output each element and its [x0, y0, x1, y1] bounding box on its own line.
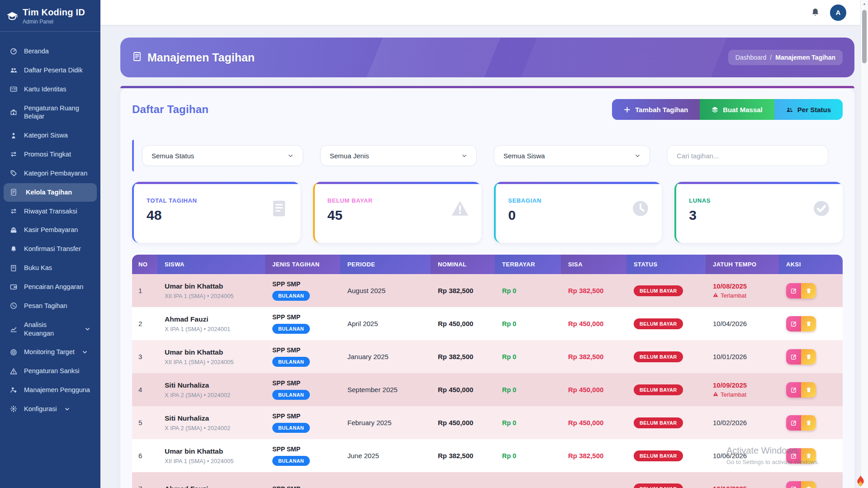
student-filter-select[interactable]: Semua Siswa [494, 145, 650, 166]
cell-status: BELUM BAYAR [626, 439, 706, 472]
column-header-siswa: SISWA [157, 255, 265, 274]
table-body: 1Umar bin KhattabXII IPA 1 (SMA) • 20240… [132, 274, 843, 488]
delete-button[interactable] [801, 448, 816, 464]
column-header-jenis-tagihan: JENIS TAGIHAN [265, 255, 340, 274]
row-actions [786, 415, 816, 431]
main-area: A Manajemen Tagihan Dashboard/Manajemen … [100, 0, 868, 488]
edit-button[interactable] [786, 415, 801, 431]
doc-icon [270, 199, 289, 218]
scrollbar-thumb[interactable] [862, 10, 867, 63]
sidebar-item-buku-kas[interactable]: Buku Kas [4, 259, 97, 277]
user-avatar[interactable]: A [830, 5, 846, 21]
billing-type: SPP SMP [272, 346, 333, 354]
type-filter-select[interactable]: Semua Jenis [320, 145, 477, 166]
cell-jatuh-tempo: 10/02/2026 [706, 406, 779, 439]
sidebar-item-analisis-keuangan[interactable]: Analisis Keuangan [4, 316, 97, 343]
school-icon [10, 109, 18, 116]
delete-button[interactable] [801, 283, 816, 298]
button-label: Per Status [797, 106, 831, 114]
cell-jenis-tagihan: SPP SMPBULANAN [265, 340, 340, 373]
cell-jatuh-tempo: 10/10/2025 [706, 472, 779, 488]
sidebar-item-kasir-pembayaran[interactable]: Kasir Pembayaran [4, 221, 97, 239]
stat-card-belum-bayar: BELUM BAYAR45 [313, 182, 481, 243]
buat-massal-button[interactable]: Buat Massal [700, 99, 774, 120]
search-input[interactable] [667, 145, 828, 166]
breadcrumb-dashboard[interactable]: Dashboard [735, 54, 767, 61]
student-detail: XII IPA 1 (SMA) • 2024005 [165, 359, 258, 365]
monthly-badge: BULANAN [272, 357, 310, 367]
sidebar-item-kelola-tagihan[interactable]: Kelola Tagihan [4, 183, 97, 202]
sidebar-item-promosi-tingkat[interactable]: Promosi Tingkat [4, 145, 97, 164]
wallet-icon [10, 283, 18, 290]
student-detail: X IPA 1 (SMA) • 2024001 [165, 326, 258, 332]
billing-table: NOSISWAJENIS TAGIHANPERIODENOMINALTERBAY… [132, 255, 843, 488]
row-actions [786, 382, 816, 398]
sidebar-item-daftar-peserta-didik[interactable]: Daftar Peserta Didik [4, 61, 97, 80]
status-filter-select[interactable]: Semua Status [142, 145, 303, 166]
scrollbar-up-arrow[interactable]: ▲ [863, 2, 866, 6]
edit-button[interactable] [786, 382, 801, 398]
edit-button[interactable] [786, 283, 801, 298]
stat-card-sebagian: SEBAGIAN0 [494, 182, 662, 243]
sidebar-item-pengaturan-sanksi[interactable]: Pengaturan Sanksi [4, 362, 97, 380]
cell-terbayar: Rp 0 [495, 406, 561, 439]
delete-button[interactable] [801, 349, 816, 365]
app-title: Tim Koding ID [23, 7, 85, 18]
student-name: Umar bin Khattab [165, 348, 258, 356]
per-status-button[interactable]: Per Status [774, 99, 843, 120]
sidebar-item-kartu-identitas[interactable]: Kartu Identitas [4, 80, 97, 99]
delete-button[interactable] [801, 415, 816, 431]
edit-button[interactable] [786, 349, 801, 365]
sidebar-item-monitoring-target[interactable]: Monitoring Target [4, 343, 97, 361]
sidebar-item-konfigurasi[interactable]: Konfigurasi [4, 400, 97, 418]
check-icon [812, 199, 831, 218]
sidebar-item-label: Kategori Siswa [24, 131, 68, 140]
sidebar-item-kategori-siswa[interactable]: Kategori Siswa [4, 126, 97, 145]
id-card-icon [10, 85, 18, 93]
cell-periode: June 2025 [340, 439, 431, 472]
cell-jatuh-tempo: 10/08/2025Terlambat [706, 274, 779, 307]
warning-icon [713, 292, 718, 299]
sidebar-item-manajemen-pengguna[interactable]: Manajemen Pengguna [4, 381, 97, 399]
sidebar-item-pencairan-anggaran[interactable]: Pencairan Anggaran [4, 278, 97, 296]
student-detail: XII IPA 1 (SMA) • 2024005 [165, 293, 258, 299]
edit-button[interactable] [786, 448, 801, 464]
delete-button[interactable] [801, 382, 816, 398]
warn-icon [451, 199, 470, 218]
edit-button[interactable] [786, 481, 801, 488]
cell-sisa: Rp 450,000 [561, 307, 626, 340]
sidebar-item-riwayat-transaksi[interactable]: Riwayat Transaksi [4, 202, 97, 221]
delete-button[interactable] [801, 481, 816, 488]
cell-terbayar: Rp 0 [495, 439, 561, 472]
cell-siswa: Ahmad FauziX IPA 1 (SMA) • 2024001 [157, 307, 265, 340]
stat-value: 45 [327, 208, 470, 223]
chevron-down-icon [82, 349, 88, 355]
notification-bell-icon[interactable] [811, 8, 820, 17]
flame-icon[interactable] [855, 474, 866, 487]
sidebar-item-kategori-pembayaran[interactable]: Kategori Pembayaran [4, 164, 97, 183]
cell-siswa: Umar bin KhattabXII IPA 1 (SMA) • 202400… [157, 439, 265, 472]
cell-siswa: Siti NurhalizaX IPA 2 (SMA) • 2024002 [157, 373, 265, 406]
logo: Tim Koding ID Admin Panel [0, 0, 100, 32]
browser-scrollbar[interactable]: ▲ [860, 0, 868, 488]
table-row: 3Umar bin KhattabXII IPA 1 (SMA) • 20240… [132, 340, 843, 373]
cell-aksi [779, 307, 843, 340]
sidebar-item-konfirmasi-transfer[interactable]: Konfirmasi Transfer [4, 240, 97, 258]
sidebar-item-beranda[interactable]: Beranda [4, 42, 97, 61]
student-name: Umar bin Khattab [165, 447, 258, 455]
sidebar-item-label: Manajemen Pengguna [24, 386, 90, 394]
edit-button[interactable] [786, 316, 801, 332]
student-detail: XII IPA 1 (SMA) • 2024005 [165, 458, 258, 464]
sidebar-item-pengaturan-ruang-belajar[interactable]: Pengaturan Ruang Belajar [4, 99, 97, 126]
cell-terbayar: Rp 0 [495, 373, 561, 406]
cell-jenis-tagihan: SPP SMPBULANAN [265, 274, 340, 307]
sidebar-item-pesan-tagihan[interactable]: Pesan Tagihan [4, 297, 97, 315]
sidebar-item-label: Kartu Identitas [24, 85, 66, 94]
delete-button[interactable] [801, 316, 816, 332]
tambah-tagihan-button[interactable]: Tambah Tagihan [612, 99, 700, 120]
sidebar-item-label: Promosi Tingkat [24, 150, 71, 159]
status-badge: BELUM BAYAR [634, 351, 683, 362]
cell-terbayar: Rp 0 [495, 307, 561, 340]
sidebar-item-label: Analisis Keuangan [24, 321, 77, 338]
book-icon [10, 265, 18, 272]
